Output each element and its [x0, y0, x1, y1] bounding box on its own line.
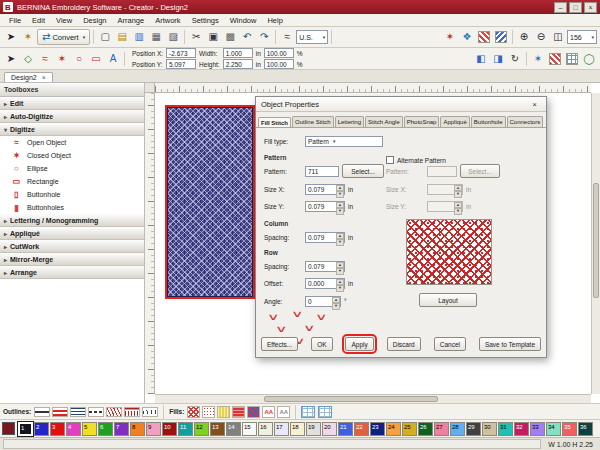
- palette-color-36[interactable]: 36: [578, 422, 593, 436]
- palette-color-1[interactable]: 1: [18, 422, 33, 436]
- position-y-input[interactable]: 5.097: [166, 59, 196, 69]
- palette-color-32[interactable]: 32: [514, 422, 529, 436]
- new-design-icon[interactable]: ▢: [97, 29, 113, 45]
- cut-icon[interactable]: ✂: [188, 29, 204, 45]
- offset-input[interactable]: 0.000▲▼: [305, 278, 345, 289]
- paste-icon[interactable]: ▩: [222, 29, 238, 45]
- dialog-button-discard[interactable]: Discard: [387, 337, 421, 351]
- pattern-run-icon[interactable]: [493, 29, 509, 45]
- outline-satin-icon[interactable]: [52, 407, 68, 417]
- embroidery-design-object[interactable]: [167, 107, 253, 297]
- sidebar-section-appliqu[interactable]: ▸Appliqué: [0, 227, 144, 240]
- kaleidoscope-icon[interactable]: ✶: [530, 51, 546, 67]
- vertical-scrollbar-thumb[interactable]: [593, 183, 599, 297]
- width-input[interactable]: 1.000: [223, 48, 253, 58]
- fill-satin-icon[interactable]: [217, 406, 230, 418]
- lettering-tool-icon[interactable]: A: [105, 51, 121, 67]
- menu-settings[interactable]: Settings: [187, 15, 224, 26]
- palette-color-29[interactable]: 29: [466, 422, 481, 436]
- hoop-toggle-icon[interactable]: ◯: [581, 51, 597, 67]
- menu-view[interactable]: View: [51, 15, 77, 26]
- row-spacing-input[interactable]: 0.079▲▼: [305, 261, 345, 272]
- close-button[interactable]: ×: [584, 2, 597, 13]
- dialog-button-apply[interactable]: Apply: [345, 337, 373, 351]
- ellipse-tool-icon[interactable]: ○: [71, 51, 87, 67]
- zoom-out-icon[interactable]: ⊖: [533, 29, 549, 45]
- dialog-tab-appliqu[interactable]: Appliqué: [440, 116, 469, 127]
- layout-button[interactable]: Layout: [419, 293, 477, 307]
- menu-edit[interactable]: Edit: [27, 15, 50, 26]
- convert-button[interactable]: ⇄Convert▾: [37, 29, 90, 45]
- menu-artwork[interactable]: Artwork: [150, 15, 185, 26]
- palette-color-17[interactable]: 17: [274, 422, 289, 436]
- undo-icon[interactable]: ↶: [239, 29, 255, 45]
- sidebar-section-mirror-merge[interactable]: ▸Mirror-Merge: [0, 253, 144, 266]
- write-to-machine-icon[interactable]: ▨: [165, 29, 181, 45]
- open-design-icon[interactable]: ▤: [114, 29, 130, 45]
- tab-design2[interactable]: Design2 ×: [4, 72, 53, 82]
- palette-color-16[interactable]: 16: [258, 422, 273, 436]
- thread-colors-icon[interactable]: [2, 422, 15, 435]
- layout-grid-alt-icon[interactable]: [318, 406, 332, 418]
- star-stamp-icon[interactable]: ✶: [442, 29, 458, 45]
- zoom-in-icon[interactable]: ⊕: [516, 29, 532, 45]
- alternate-pattern-checkbox[interactable]: [386, 156, 394, 164]
- vertical-scrollbar[interactable]: [591, 93, 600, 394]
- pointer-icon[interactable]: ➤: [3, 51, 19, 67]
- menu-arrange[interactable]: Arrange: [113, 15, 150, 26]
- mirror-vertical-icon[interactable]: ◨: [490, 51, 506, 67]
- palette-color-35[interactable]: 35: [562, 422, 577, 436]
- sidebar-section-arrange[interactable]: ▸Arrange: [0, 266, 144, 279]
- maximize-button[interactable]: □: [569, 2, 582, 13]
- minimize-button[interactable]: –: [554, 2, 567, 13]
- palette-color-26[interactable]: 26: [418, 422, 433, 436]
- reshape-icon[interactable]: ◇: [20, 51, 36, 67]
- palette-color-15[interactable]: 15: [242, 422, 257, 436]
- palette-color-20[interactable]: 20: [322, 422, 337, 436]
- menu-design[interactable]: Design: [78, 15, 111, 26]
- tab-close-icon[interactable]: ×: [42, 74, 46, 81]
- palette-color-34[interactable]: 34: [546, 422, 561, 436]
- dialog-tab-buttonhole[interactable]: Buttonhole: [471, 116, 506, 127]
- scale-y-input[interactable]: 100.00: [264, 59, 294, 69]
- palette-color-21[interactable]: 21: [338, 422, 353, 436]
- row-spacing-spinner[interactable]: ▲▼: [336, 262, 344, 271]
- palette-color-33[interactable]: 33: [530, 422, 545, 436]
- palette-color-7[interactable]: 7: [114, 422, 129, 436]
- outline-blanket-icon[interactable]: [124, 407, 140, 417]
- magic-wand-icon[interactable]: ✶: [20, 29, 36, 45]
- palette-color-2[interactable]: 2: [34, 422, 49, 436]
- sidebar-item-buttonhole[interactable]: ▯Buttonhole: [0, 188, 144, 201]
- palette-color-18[interactable]: 18: [290, 422, 305, 436]
- print-icon[interactable]: ▦: [148, 29, 164, 45]
- palette-color-24[interactable]: 24: [386, 422, 401, 436]
- design-canvas[interactable]: Object Properties × Fill StitchOutline S…: [155, 93, 591, 394]
- pattern-select-button[interactable]: Select...: [342, 164, 384, 178]
- sidebar-section-auto-digitize[interactable]: ▸Auto-Digitize: [0, 110, 144, 123]
- palette-color-25[interactable]: 25: [402, 422, 417, 436]
- closed-object-tool-icon[interactable]: ✶: [54, 51, 70, 67]
- palette-color-4[interactable]: 4: [66, 422, 81, 436]
- palette-color-23[interactable]: 23: [370, 422, 385, 436]
- palette-color-11[interactable]: 11: [178, 422, 193, 436]
- size-x-spinner[interactable]: ▲▼: [336, 185, 344, 194]
- offset-spinner[interactable]: ▲▼: [336, 279, 344, 288]
- pattern-fill-icon[interactable]: [547, 51, 563, 67]
- dialog-tab-connectors[interactable]: Connectors: [507, 116, 544, 127]
- units-select[interactable]: U.S.▾: [296, 30, 328, 44]
- outline-single-icon[interactable]: [34, 407, 50, 417]
- palette-color-28[interactable]: 28: [450, 422, 465, 436]
- sidebar-section-cutwork[interactable]: ▸CutWork: [0, 240, 144, 253]
- palette-color-10[interactable]: 10: [162, 422, 177, 436]
- fill-fancy-icon[interactable]: [247, 406, 260, 418]
- pattern-input[interactable]: 711: [305, 166, 339, 177]
- height-input[interactable]: 2.250: [223, 59, 253, 69]
- redo-icon[interactable]: ↷: [256, 29, 272, 45]
- fill-step-icon[interactable]: [232, 406, 245, 418]
- rotate-icon[interactable]: ↻: [507, 51, 523, 67]
- palette-color-12[interactable]: 12: [194, 422, 209, 436]
- position-x-input[interactable]: -2.673: [166, 48, 196, 58]
- angle-input[interactable]: 0▲▼: [305, 296, 341, 307]
- menu-window[interactable]: Window: [225, 15, 262, 26]
- open-object-tool-icon[interactable]: ≈: [37, 51, 53, 67]
